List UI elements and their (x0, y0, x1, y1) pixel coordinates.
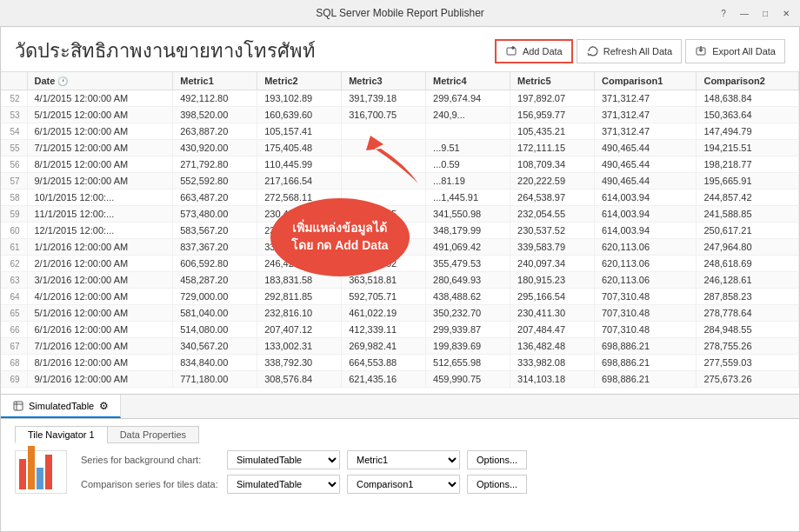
cell-3: 232,816.10 (257, 305, 342, 322)
row-number: 58 (1, 190, 27, 206)
table-row: 524/1/2015 12:00:00 AM492,112.80193,102.… (1, 90, 799, 107)
cell-4: 269,982.41 (342, 338, 426, 355)
settings-gear-icon[interactable]: ⚙ (97, 400, 110, 412)
cell-8: 195,665.91 (697, 173, 799, 190)
cell-8: 194,215.51 (697, 140, 799, 156)
comparison-label: Comparison series for tiles data: (81, 479, 220, 489)
cell-7: 707,310.48 (595, 322, 697, 338)
cell-1: 4/1/2016 12:00:00 AM (27, 289, 173, 305)
maximize-button[interactable]: □ (758, 6, 772, 20)
refresh-all-button[interactable]: Refresh All Data (577, 39, 682, 63)
cell-5: 341,550.98 (426, 206, 510, 223)
cell-6: 333,982.08 (510, 355, 595, 371)
cell-6: 314,103.18 (510, 371, 595, 388)
col-metric4[interactable]: Metric4 (426, 72, 510, 90)
col-metric5[interactable]: Metric5 (510, 72, 595, 90)
cell-8: 277,559.03 (697, 355, 799, 371)
cell-8: 147,494.79 (697, 123, 799, 140)
export-icon (695, 44, 709, 58)
row-number: 59 (1, 206, 27, 223)
cell-1: 7/1/2015 12:00:00 AM (27, 140, 173, 156)
properties-panel: Tile Navigator 1 Data Properties Series … (1, 418, 799, 531)
cell-2: 573,480.00 (173, 206, 257, 223)
cell-3: 110,445.99 (257, 156, 342, 173)
cell-5: 348,179.99 (426, 223, 510, 239)
series-bg-options-button[interactable]: Options... (467, 450, 527, 469)
cell-5: 299,674.94 (426, 90, 510, 107)
tile-navigator-tab[interactable]: Tile Navigator 1 (15, 426, 108, 443)
prop-content: Series for background chart: SimulatedTa… (15, 450, 785, 494)
row-number: 66 (1, 322, 27, 338)
close-button[interactable]: ✕ (779, 6, 793, 20)
refresh-icon (586, 44, 600, 58)
comparison-metric-select[interactable]: Comparison1 (347, 475, 460, 494)
row-number: 63 (1, 272, 27, 289)
row-number: 55 (1, 140, 27, 156)
series-bg-label: Series for background chart: (81, 455, 220, 465)
cell-7: 614,003.94 (595, 190, 697, 206)
add-data-button[interactable]: Add Data (495, 39, 573, 63)
comparison-table-select[interactable]: SimulatedTable (227, 475, 340, 494)
export-all-button[interactable]: Export All Data (685, 39, 785, 63)
cell-2: 834,840.00 (173, 355, 257, 371)
svg-rect-5 (14, 402, 23, 410)
row-number: 68 (1, 355, 27, 371)
cell-5: 512,655.98 (426, 355, 510, 371)
row-number: 53 (1, 107, 27, 123)
cell-5: 280,649.93 (426, 272, 510, 289)
page-title: วัดประสิทธิภาพงานขายทางโทรศัพท์ (15, 36, 316, 66)
app-title: SQL Server Mobile Report Publisher (316, 7, 484, 19)
cell-5: 240,9... (426, 107, 510, 123)
cell-4: 592,705.71 (342, 289, 426, 305)
cell-5: 350,232.70 (426, 305, 510, 322)
cell-6: 172,111.15 (510, 140, 595, 156)
add-data-icon (505, 44, 519, 58)
table-row: 666/1/2016 12:00:00 AM514,080.00207,407.… (1, 322, 799, 338)
minimize-button[interactable]: — (737, 6, 751, 20)
cell-8: 278,755.26 (697, 338, 799, 355)
cell-5: 299,939.87 (426, 322, 510, 338)
data-properties-tab[interactable]: Data Properties (107, 426, 199, 443)
cell-1: 9/1/2016 12:00:00 AM (27, 371, 173, 388)
cell-2: 398,520.00 (173, 107, 257, 123)
cell-7: 698,886.21 (595, 338, 697, 355)
cell-1: 9/1/2015 12:00:00 AM (27, 173, 173, 190)
col-comparison1[interactable]: Comparison1 (595, 72, 697, 90)
cell-7: 371,312.47 (595, 123, 697, 140)
cell-2: 581,040.00 (173, 305, 257, 322)
callout-line2: โดย กด Add Data (291, 237, 388, 255)
cell-2: 340,567.20 (173, 338, 257, 355)
series-bg-table-select[interactable]: SimulatedTable (227, 450, 340, 469)
cell-4: 412,339.11 (342, 322, 426, 338)
add-data-label: Add Data (523, 46, 563, 57)
table-tab-icon (11, 399, 25, 413)
row-number: 60 (1, 223, 27, 239)
row-number: 65 (1, 305, 27, 322)
cell-3: 193,102.89 (257, 90, 342, 107)
help-button[interactable]: ? (717, 6, 730, 20)
chart-preview (15, 450, 67, 494)
row-number: 54 (1, 123, 27, 140)
cell-2: 583,567.20 (173, 223, 257, 239)
table-row: 688/1/2016 12:00:00 AM834,840.00338,792.… (1, 355, 799, 371)
cell-6: 339,583.79 (510, 239, 595, 256)
col-metric1[interactable]: Metric1 (173, 72, 257, 90)
col-comparison2[interactable]: Comparison2 (697, 72, 799, 90)
table-row: 699/1/2016 12:00:00 AM771,180.00308,576.… (1, 371, 799, 388)
cell-5: 199,839.69 (426, 338, 510, 355)
row-number: 56 (1, 156, 27, 173)
comparison-options-button[interactable]: Options... (467, 475, 527, 494)
cell-5: 459,990.75 (426, 371, 510, 388)
col-metric2[interactable]: Metric2 (257, 72, 342, 90)
col-date[interactable]: Date 🕐 (27, 72, 173, 90)
cell-3: 338,792.30 (257, 355, 342, 371)
cell-2: 837,367.20 (173, 239, 257, 256)
series-bg-metric-select[interactable]: Metric1 (347, 450, 460, 469)
refresh-all-label: Refresh All Data (603, 46, 672, 57)
row-number: 52 (1, 90, 27, 107)
cell-3: 175,405.48 (257, 140, 342, 156)
col-metric3[interactable]: Metric3 (342, 72, 426, 90)
simulated-table-tab[interactable]: SimulatedTable ⚙ (1, 395, 121, 418)
cell-7: 620,113.06 (595, 239, 697, 256)
cell-6: 295,166.54 (510, 289, 595, 305)
